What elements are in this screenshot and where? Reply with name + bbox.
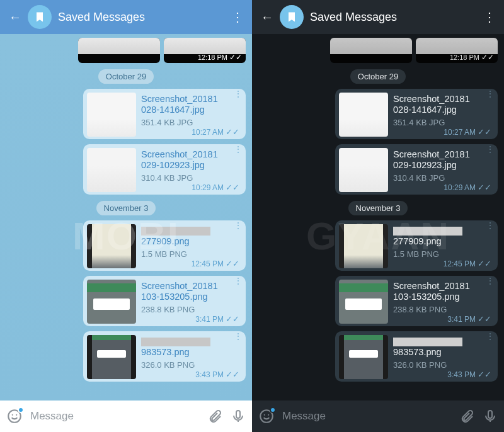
date-divider: October 29 [98,69,154,84]
date-divider: November 3 [348,201,408,215]
message[interactable]: ⋮ 983573.png 326.0 KB PNG 3:43 PM✓✓ [6,331,246,382]
message[interactable]: ⋮ Screenshot_20181028-141647.jpg 351.4 K… [6,89,246,139]
file-thumb[interactable] [339,224,388,268]
message-time: 10:27 AM [192,128,224,137]
message[interactable]: ⋮ 277909.png 1.5 MB PNG 12:45 PM✓✓ [6,220,246,271]
chat-title: Saved Messages [310,11,480,24]
header: ← Saved Messages ⋮ [0,0,252,34]
file-thumb[interactable] [87,148,136,192]
sticker-button[interactable] [258,408,275,424]
file-name: Screenshot_20181 [393,94,470,104]
message-time: 3:41 PM [447,315,476,324]
date-divider: October 29 [350,69,406,84]
read-checks-icon: ✓✓ [229,53,242,62]
message-time: 3:43 PM [195,370,224,379]
panel-light: ← Saved Messages ⋮ MOBI 12:18 PM✓✓ Octob… [0,0,252,432]
file-meta: 326.0 KB PNG [141,360,241,370]
top-image-row[interactable]: 12:18 PM✓✓ [6,38,246,63]
read-checks-icon: ✓✓ [478,314,491,324]
avatar[interactable] [280,5,304,29]
file-meta: 238.8 KB PNG [141,305,241,314]
chat-area[interactable]: GYAAN 12:18 PM✓✓ October 29 ⋮ Screenshot… [252,34,504,401]
paperclip-icon [208,409,223,424]
svg-rect-3 [236,411,240,418]
file-name: Screenshot_20181 [141,281,218,291]
file-name: 277909.png [141,236,190,246]
file-name: 983573.png [141,347,190,357]
file-thumb[interactable] [87,224,136,268]
svg-point-5 [264,414,265,416]
input-bar: Message [0,401,252,432]
message[interactable]: ⋮ Screenshot_20181029-102923.jpg 310.4 K… [6,144,246,195]
image-thumb[interactable]: 12:18 PM✓✓ [164,38,246,63]
file-meta: 1.5 MB PNG [141,249,241,259]
notification-dot-icon [270,407,276,413]
message[interactable]: ⋮ Screenshot_20181028-141647.jpg 351.4 K… [258,89,498,139]
redacted-text [393,227,462,236]
redacted-text [141,227,210,236]
message-time: 12:18 PM [198,54,227,61]
bookmark-icon [285,11,298,23]
message-time: 10:29 AM [444,183,476,192]
file-thumb[interactable] [87,93,136,137]
file-thumb[interactable] [87,280,136,324]
message-time: 12:18 PM [450,54,479,61]
svg-point-1 [12,414,13,416]
back-button[interactable]: ← [257,10,277,25]
menu-button[interactable]: ⋮ [228,10,247,25]
file-thumb[interactable] [339,148,388,192]
panel-dark: ← Saved Messages ⋮ GYAAN 12:18 PM✓✓ Octo… [252,0,504,432]
chat-area[interactable]: MOBI 12:18 PM✓✓ October 29 ⋮ Screenshot_… [0,34,252,401]
attach-button[interactable] [460,409,475,424]
mic-icon [231,409,246,424]
read-checks-icon: ✓✓ [226,183,239,192]
file-thumb[interactable] [339,93,388,137]
file-thumb[interactable] [339,335,388,379]
message[interactable]: ⋮ Screenshot_20181103-153205.png 238.8 K… [258,276,498,326]
file-name: 983573.png [393,347,442,357]
voice-button[interactable] [231,409,246,424]
message[interactable]: ⋮ 983573.png 326.0 KB PNG 3:43 PM✓✓ [258,331,498,382]
message-time: 3:41 PM [195,315,224,324]
file-thumb[interactable] [339,280,388,324]
file-thumb[interactable] [87,335,136,379]
voice-button[interactable] [483,409,498,424]
message[interactable]: ⋮ 277909.png 1.5 MB PNG 12:45 PM✓✓ [258,220,498,271]
top-image-row[interactable]: 12:18 PM✓✓ [258,38,498,63]
image-thumb[interactable] [330,38,412,63]
read-checks-icon: ✓✓ [226,127,239,137]
message[interactable]: ⋮ Screenshot_20181029-102923.jpg 310.4 K… [258,144,498,195]
sticker-button[interactable] [6,408,23,424]
read-checks-icon: ✓✓ [226,314,239,324]
mic-icon [483,409,498,424]
file-name: Screenshot_20181 [393,281,470,291]
bookmark-icon [33,11,46,23]
redacted-text [393,338,462,346]
back-button[interactable]: ← [5,10,25,25]
read-checks-icon: ✓✓ [226,259,239,268]
paperclip-icon [460,409,475,424]
image-thumb[interactable]: 12:18 PM✓✓ [416,38,498,63]
avatar[interactable] [28,5,52,29]
message-time: 12:45 PM [444,259,476,268]
image-thumb[interactable] [78,38,160,63]
svg-point-6 [268,414,269,416]
file-name: 028-141647.jpg [141,105,205,115]
message-input[interactable]: Message [30,410,200,423]
file-name: 029-102923.jpg [141,160,205,170]
message-input[interactable]: Message [282,410,452,423]
message[interactable]: ⋮ Screenshot_20181103-153205.png 238.8 K… [6,276,246,326]
file-name: 029-102923.jpg [393,160,457,170]
attach-button[interactable] [208,409,223,424]
read-checks-icon: ✓✓ [478,183,491,192]
date-divider: November 3 [96,201,156,215]
read-checks-icon: ✓✓ [478,259,491,268]
message-time: 10:29 AM [192,183,224,192]
file-meta: 326.0 KB PNG [393,360,493,370]
file-meta: 351.4 KB JPG [141,118,241,127]
file-meta: 310.4 KB JPG [141,173,241,183]
redacted-text [141,338,210,346]
menu-button[interactable]: ⋮ [480,10,499,25]
header: ← Saved Messages ⋮ [252,0,504,34]
read-checks-icon: ✓✓ [481,53,494,62]
